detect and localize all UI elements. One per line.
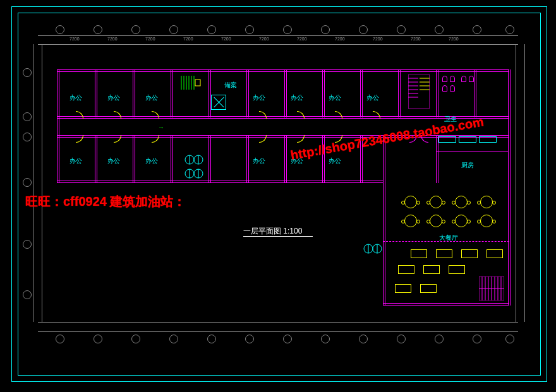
room-label: 办公: [291, 93, 303, 102]
grid-bubble: [397, 25, 406, 34]
wall-v: [284, 135, 287, 183]
dim-text: 7200: [259, 37, 269, 41]
elevator-icon: [211, 95, 226, 110]
rect-table-icon: [398, 265, 414, 274]
wall-v: [208, 135, 211, 183]
svg-rect-7: [408, 74, 430, 109]
dim-line-bot2: [38, 331, 518, 332]
room-label: 办公: [145, 157, 158, 165]
room-label: 办公: [107, 157, 120, 165]
round-table-icon: [480, 215, 493, 227]
stair-bottom: [479, 276, 504, 300]
dim-line-top: [38, 35, 518, 36]
grid-bubble: [94, 25, 102, 34]
grid-bubble: [245, 335, 254, 343]
grid-bubble: [131, 335, 140, 343]
round-table-icon: [430, 215, 442, 227]
counter-icon: [479, 136, 497, 143]
grid-bubble: [505, 25, 514, 34]
grid-bubble-row: [23, 290, 32, 299]
wc-fixture-icon: [469, 76, 474, 82]
wc-fixture-icon: [450, 76, 455, 82]
room-label: 办公: [329, 93, 341, 102]
wall-wing-left: [383, 181, 385, 306]
grid-bubble: [397, 335, 406, 343]
rect-table-icon: [420, 284, 437, 293]
dim-line-left: [33, 44, 33, 322]
dim-text: 7200: [183, 37, 193, 41]
round-table-icon: [480, 196, 493, 208]
grid-bubble: [505, 335, 514, 343]
double-door-icon: [184, 168, 203, 179]
round-table-icon: [404, 215, 417, 227]
wc-fixture-icon: [450, 85, 455, 92]
drawing-title: 一层平面图 1:100: [243, 226, 302, 237]
wall-v: [133, 69, 135, 117]
grid-bubble: [245, 25, 254, 34]
wall-v: [284, 69, 287, 117]
wc-fixture-icon: [442, 85, 447, 92]
dim-line-bot: [38, 322, 518, 323]
room-label-dining: 大餐厅: [439, 234, 458, 242]
dim-text: 7200: [145, 37, 155, 41]
wall-left: [57, 69, 59, 183]
grid-bubble: [283, 25, 292, 34]
wall-v: [246, 135, 249, 183]
room-label: 办公: [70, 93, 82, 102]
dim-text: 7200: [411, 37, 421, 41]
grid-bubble: [94, 335, 102, 343]
double-door-icon: [363, 243, 382, 254]
grid-bubble: [283, 335, 292, 343]
dim-text: 7200: [107, 37, 118, 41]
wall-mid-bottom: [57, 181, 383, 183]
grid-bubble: [207, 25, 216, 34]
dim-text: 7200: [221, 37, 231, 41]
stair-right: [408, 74, 430, 109]
round-table-icon: [404, 196, 417, 208]
rect-table-icon: [449, 265, 465, 274]
dim-text: 7200: [449, 37, 459, 41]
rect-table-icon: [436, 249, 452, 258]
grid-bubble: [131, 25, 140, 34]
grid-bubble: [435, 25, 444, 34]
grid-bubble: [207, 335, 216, 343]
room-label: 办公: [107, 93, 120, 102]
wall-v: [360, 69, 363, 117]
dim-line-left2: [42, 44, 42, 322]
rect-table-icon: [395, 284, 411, 293]
wall-top: [57, 69, 509, 72]
wall-wing-right: [508, 181, 511, 306]
round-table-icon: [455, 215, 468, 227]
dim-text: 7200: [297, 37, 307, 41]
wall-v: [95, 135, 97, 183]
wall-v: [133, 135, 135, 183]
arrow-icon: →: [158, 124, 164, 131]
rect-table-icon: [423, 265, 440, 274]
room-label-kitchen: 厨房: [461, 161, 474, 170]
room-label-pantry: 備案: [224, 81, 237, 90]
grid-bubble-row: [23, 240, 32, 249]
dim-line-top2: [38, 44, 518, 45]
wall-v: [474, 69, 476, 117]
round-table-icon: [430, 196, 442, 208]
room-label: 办公: [253, 93, 265, 102]
wall-corridor-top: [57, 116, 509, 119]
stair-top: [180, 74, 202, 91]
grid-bubble-row: [23, 68, 32, 77]
room-label: 办公: [70, 157, 82, 165]
wall-v: [208, 69, 211, 117]
grid-bubble: [56, 335, 64, 343]
title-underline: [243, 236, 313, 237]
grid-bubble: [169, 335, 178, 343]
svg-rect-6: [195, 80, 200, 86]
room-label: 办公: [329, 157, 341, 165]
wall-v: [436, 69, 438, 117]
grid-bubble-row: [23, 112, 32, 121]
wc-fixture-icon: [461, 76, 466, 82]
grid-bubble: [359, 25, 368, 34]
dim-line-right2: [516, 44, 516, 322]
round-table-icon: [455, 196, 468, 208]
grid-bubble-row: [23, 178, 32, 187]
grid-bubble-row: [23, 133, 32, 141]
wall-v: [171, 69, 173, 117]
